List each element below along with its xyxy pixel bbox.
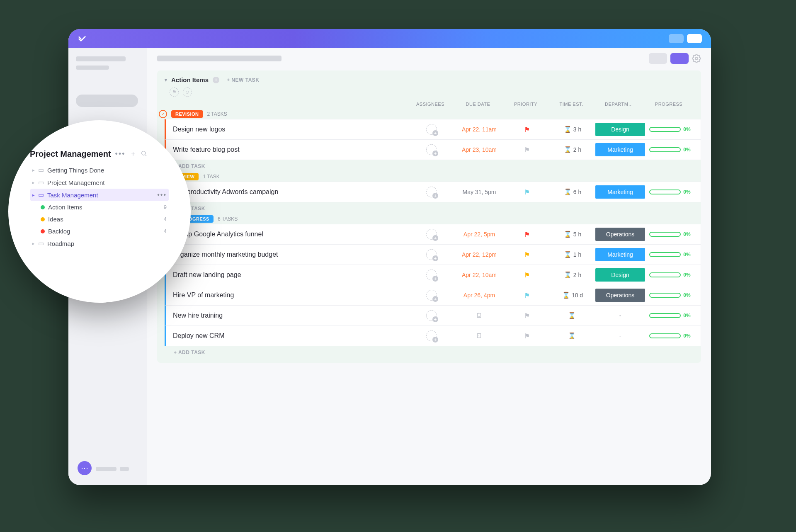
task-row[interactable]: New hire training 🗓 ⚑ ⌛ - 0% xyxy=(165,306,701,326)
assignee-add-icon[interactable] xyxy=(426,330,437,341)
assignee-add-icon[interactable] xyxy=(426,270,437,280)
department-tag[interactable]: Marketing xyxy=(595,248,645,261)
assignee-add-icon[interactable] xyxy=(426,310,437,321)
progress[interactable]: 0% xyxy=(649,231,690,237)
priority-flag-icon[interactable]: ⚑ xyxy=(524,271,530,279)
calendar-icon[interactable]: 🗓 xyxy=(476,312,483,319)
assignee-add-icon[interactable] xyxy=(426,249,437,260)
chevron-right-icon[interactable]: ▸ xyxy=(32,192,35,198)
chevron-right-icon[interactable]: ▸ xyxy=(32,168,35,173)
sidebar-folder[interactable]: ▸ ▭ Getting Things Done xyxy=(30,164,169,176)
time-estimate[interactable]: 10 d xyxy=(572,292,583,299)
task-title[interactable]: Organize monthly marketing budget xyxy=(173,251,409,258)
calendar-icon[interactable]: 🗓 xyxy=(476,332,483,340)
time-estimate[interactable]: 1 h xyxy=(573,251,581,258)
time-estimate[interactable]: 3 h xyxy=(573,126,581,133)
priority-flag-icon[interactable]: ⚑ xyxy=(524,332,530,340)
due-date[interactable]: Apr 26, 4pm xyxy=(464,292,495,299)
department-tag[interactable]: Design xyxy=(595,268,645,282)
task-row[interactable]: Write feature blog post Apr 23, 10am ⚑ ⌛… xyxy=(165,140,701,160)
priority-flag-icon[interactable]: ⚑ xyxy=(524,292,530,299)
task-title[interactable]: Run productivity Adwords campaign xyxy=(173,188,409,196)
assignee-add-icon[interactable] xyxy=(426,290,437,301)
progress[interactable]: 0% xyxy=(649,333,690,339)
due-date[interactable]: Apr 23, 10am xyxy=(462,146,497,153)
assignee-add-icon[interactable] xyxy=(426,229,437,240)
task-title[interactable]: New hire training xyxy=(173,312,409,319)
priority-flag-icon[interactable]: ⚑ xyxy=(524,146,530,154)
department-tag[interactable]: - xyxy=(595,329,645,343)
sidebar-list[interactable]: Backlog 4 xyxy=(30,225,169,237)
hourglass-icon[interactable]: ⌛ xyxy=(568,312,576,319)
task-title[interactable]: Design new logos xyxy=(173,126,409,133)
department-tag[interactable]: Marketing xyxy=(595,185,645,199)
progress[interactable]: 0% xyxy=(649,292,690,298)
priority-flag-icon[interactable]: ⚑ xyxy=(524,251,530,259)
plus-icon[interactable]: ＋ xyxy=(130,150,136,158)
time-estimate[interactable]: 2 h xyxy=(573,146,581,153)
priority-flag-icon[interactable]: ⚑ xyxy=(524,312,530,320)
task-row[interactable]: Run productivity Adwords campaign May 31… xyxy=(165,182,701,202)
more-icon[interactable]: ••• xyxy=(115,150,126,158)
task-title[interactable]: Hire VP of marketing xyxy=(173,292,409,299)
due-date[interactable]: Apr 22, 5pm xyxy=(464,231,495,238)
due-date[interactable]: Apr 22, 10am xyxy=(462,272,497,278)
department-tag[interactable]: - xyxy=(595,309,645,322)
task-row[interactable]: Hire VP of marketing Apr 26, 4pm ⚑ ⌛10 d… xyxy=(165,285,701,306)
priority-flag-icon[interactable]: ⚑ xyxy=(524,188,530,196)
gear-icon[interactable] xyxy=(692,54,701,63)
task-row[interactable]: Set up Google Analytics funnel Apr 22, 5… xyxy=(165,224,701,245)
task-title[interactable]: Draft new landing page xyxy=(173,271,409,279)
priority-flag-icon[interactable]: ⚑ xyxy=(524,231,530,238)
status-toggle-icon[interactable] xyxy=(159,110,167,118)
titlebar-pill-active[interactable] xyxy=(687,34,702,43)
more-icon[interactable]: ••• xyxy=(157,191,167,199)
department-tag[interactable]: Design xyxy=(595,123,645,136)
sidebar-folder[interactable]: ▸ ▭ Roadmap xyxy=(30,237,169,250)
priority-flag-icon[interactable]: ⚑ xyxy=(524,126,530,134)
progress[interactable]: 0% xyxy=(649,313,690,318)
progress[interactable]: 0% xyxy=(649,147,690,153)
search-icon[interactable] xyxy=(141,150,147,158)
flag-filter-icon[interactable]: ⚑ xyxy=(170,87,179,97)
assignee-add-icon[interactable] xyxy=(426,144,437,155)
department-tag[interactable]: Operations xyxy=(595,289,645,302)
hourglass-icon[interactable]: ⌛ xyxy=(568,332,576,340)
chevron-right-icon[interactable]: ▸ xyxy=(32,241,35,246)
chevron-right-icon[interactable]: ▸ xyxy=(32,180,35,185)
task-row[interactable]: Organize monthly marketing budget Apr 22… xyxy=(165,245,701,265)
task-title[interactable]: Deploy new CRM xyxy=(173,332,409,340)
progress[interactable]: 0% xyxy=(649,272,690,278)
task-title[interactable]: Set up Google Analytics funnel xyxy=(173,231,409,238)
sidebar-folder[interactable]: ▸ ▭ Project Management xyxy=(30,176,169,189)
progress[interactable]: 0% xyxy=(649,252,690,257)
department-tag[interactable]: Operations xyxy=(595,228,645,241)
due-date[interactable]: May 31, 5pm xyxy=(463,189,496,195)
sidebar-folder[interactable]: ▸ ▭ Task Management ••• xyxy=(30,189,169,201)
time-estimate[interactable]: 5 h xyxy=(573,231,581,238)
due-date[interactable]: Apr 22, 12pm xyxy=(462,251,497,258)
department-tag[interactable]: Marketing xyxy=(595,143,645,156)
new-task-button[interactable]: + NEW TASK xyxy=(227,77,259,83)
titlebar-pill[interactable] xyxy=(669,34,684,43)
assignee-filter-icon[interactable]: ☺ xyxy=(183,87,192,97)
progress[interactable]: 0% xyxy=(649,189,690,195)
task-title[interactable]: Write feature blog post xyxy=(173,146,409,153)
info-icon[interactable]: i xyxy=(213,77,219,83)
add-task-button[interactable]: + ADD TASK xyxy=(157,346,701,357)
time-estimate[interactable]: 6 h xyxy=(573,189,581,195)
progress[interactable]: 0% xyxy=(649,126,690,132)
sidebar-list[interactable]: Ideas 4 xyxy=(30,213,169,225)
add-task-button[interactable]: + ADD TASK xyxy=(157,202,701,213)
assignee-add-icon[interactable] xyxy=(426,124,437,135)
task-row[interactable]: Draft new landing page Apr 22, 10am ⚑ ⌛2… xyxy=(165,265,701,285)
status-pill[interactable]: REVISION xyxy=(171,110,203,118)
chat-button[interactable]: ⋯ xyxy=(78,461,92,475)
due-date[interactable]: Apr 22, 11am xyxy=(462,126,497,133)
caret-down-icon[interactable]: ▾ xyxy=(165,77,167,83)
assignee-add-icon[interactable] xyxy=(426,187,437,197)
task-row[interactable]: Deploy new CRM 🗓 ⚑ ⌛ - 0% xyxy=(165,326,701,346)
add-task-button[interactable]: + ADD TASK xyxy=(157,160,701,171)
time-estimate[interactable]: 2 h xyxy=(573,272,581,278)
task-row[interactable]: Design new logos Apr 22, 11am ⚑ ⌛3 h Des… xyxy=(165,119,701,140)
